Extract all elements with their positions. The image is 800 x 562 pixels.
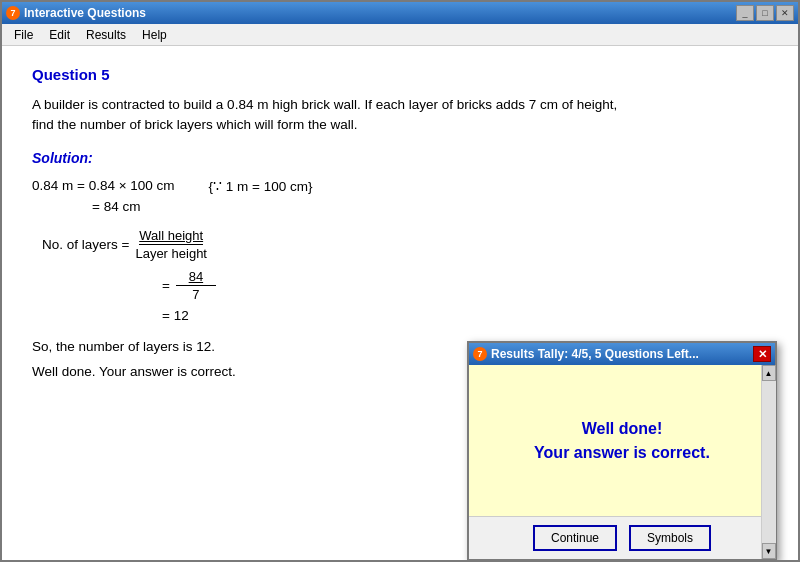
equals-sign-1: = <box>162 278 170 293</box>
wall-layer-fraction: Wall height Layer height <box>135 228 207 261</box>
minimize-button[interactable]: _ <box>736 5 754 21</box>
layer-height-label: Layer height <box>135 245 207 261</box>
main-window: 7 Interactive Questions _ □ ✕ File Edit … <box>0 0 800 562</box>
popup-app-icon: 7 <box>473 347 487 361</box>
wall-height-label: Wall height <box>139 228 203 245</box>
popup-content: Well done! Your answer is correct. <box>469 365 775 516</box>
title-buttons: _ □ ✕ <box>736 5 794 21</box>
symbols-button[interactable]: Symbols <box>629 525 711 551</box>
numerator-84: 84 <box>176 269 216 286</box>
result-row: = 12 <box>162 308 768 323</box>
maximize-button[interactable]: □ <box>756 5 774 21</box>
result-eq: = 12 <box>162 308 189 323</box>
continue-button[interactable]: Continue <box>533 525 617 551</box>
window-title: Interactive Questions <box>24 6 146 20</box>
popup-line1: Well done! <box>582 420 663 437</box>
menu-results[interactable]: Results <box>78 26 134 44</box>
results-tally-dialog: 7 Results Tally: 4/5, 5 Questions Left..… <box>467 341 777 560</box>
step1-conversion: 0.84 m = 0.84 × 100 cm {∵ 1 m = 100 cm} <box>32 178 768 194</box>
scroll-up[interactable]: ▲ <box>762 365 776 381</box>
popup-scrollbar: ▲ ▼ <box>761 365 775 559</box>
popup-message: Well done! Your answer is correct. <box>534 417 710 465</box>
step1-left: 0.84 m = 0.84 × 100 cm <box>32 178 175 193</box>
step1-result-text: = 84 cm <box>92 199 140 214</box>
question-text: A builder is contracted to build a 0.84 … <box>32 95 768 136</box>
scroll-track <box>762 381 776 543</box>
content-area: Question 5 A builder is contracted to bu… <box>2 46 798 560</box>
layers-equation-row2: = 84 7 <box>162 269 768 302</box>
no-of-layers-label: No. of layers = <box>42 237 129 252</box>
step1-result: = 84 cm <box>92 199 768 214</box>
popup-buttons: Continue Symbols <box>469 516 775 559</box>
question-line1: A builder is contracted to build a 0.84 … <box>32 97 617 112</box>
app-icon: 7 <box>6 6 20 20</box>
popup-title-text: Results Tally: 4/5, 5 Questions Left... <box>491 347 699 361</box>
solution-label: Solution: <box>32 150 768 166</box>
popup-close-button[interactable]: ✕ <box>753 346 771 362</box>
step1-reason: {∵ 1 m = 100 cm} <box>209 178 313 194</box>
popup-title-bar: 7 Results Tally: 4/5, 5 Questions Left..… <box>469 343 775 365</box>
numeric-fraction: 84 7 <box>176 269 216 302</box>
close-button[interactable]: ✕ <box>776 5 794 21</box>
scroll-down[interactable]: ▼ <box>762 543 776 559</box>
question-line2: find the number of brick layers which wi… <box>32 117 358 132</box>
question-number: Question 5 <box>32 66 768 83</box>
menu-help[interactable]: Help <box>134 26 175 44</box>
menu-bar: File Edit Results Help <box>2 24 798 46</box>
title-bar: 7 Interactive Questions _ □ ✕ <box>2 2 798 24</box>
menu-edit[interactable]: Edit <box>41 26 78 44</box>
layers-equation-row1: No. of layers = Wall height Layer height <box>42 228 768 261</box>
title-bar-left: 7 Interactive Questions <box>6 6 146 20</box>
popup-line2: Your answer is correct. <box>534 444 710 461</box>
denominator-7: 7 <box>192 286 199 302</box>
popup-title-left: 7 Results Tally: 4/5, 5 Questions Left..… <box>473 347 699 361</box>
menu-file[interactable]: File <box>6 26 41 44</box>
